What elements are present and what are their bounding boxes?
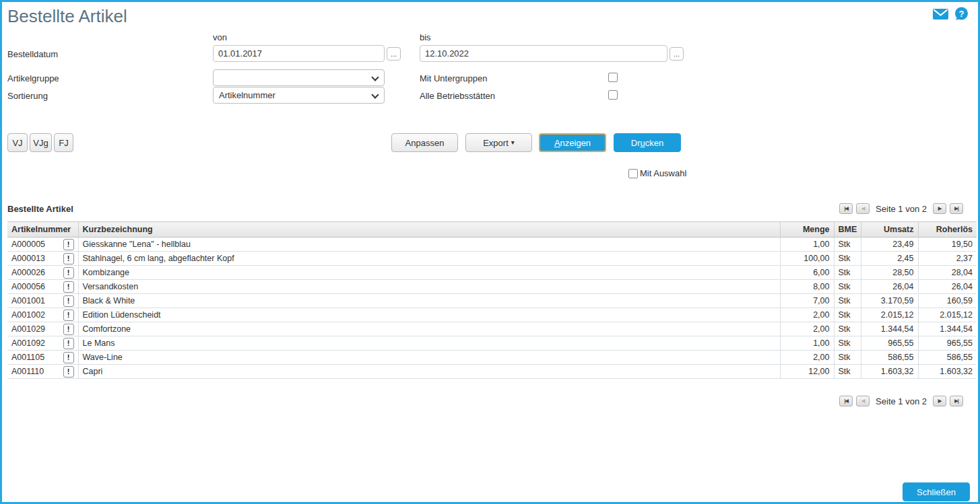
bestelldatum-von-input[interactable] xyxy=(213,45,385,62)
next-page-button[interactable]: ▶ xyxy=(933,203,946,214)
chevron-down-icon xyxy=(372,75,379,81)
artikelnummer-value: A000013 xyxy=(11,254,45,263)
sortierung-select[interactable]: Artikelnummer xyxy=(213,87,385,104)
umsatz-value: 1.603,32 xyxy=(861,365,918,379)
kurzbezeichnung-value: Kombizange xyxy=(78,266,780,280)
table-row[interactable]: A001029 ! Comfortzone 2,00 Stk 1.344,54 … xyxy=(7,322,977,336)
table-row[interactable]: A001002 ! Edition Lüdenscheidt 2,00 Stk … xyxy=(7,308,977,322)
chevron-down-icon xyxy=(372,92,379,99)
table-row[interactable]: A000026 ! Kombizange 6,00 Stk 28,50 28,0… xyxy=(7,266,977,280)
umsatz-value: 26,04 xyxy=(861,280,918,294)
bme-value: Stk xyxy=(834,336,861,351)
umsatz-value: 965,55 xyxy=(861,336,918,351)
table-row[interactable]: A001110 ! Capri 12,00 Stk 1.603,32 1.603… xyxy=(7,365,977,379)
column-header-kurzbezeichnung[interactable]: Kurzbezeichnung xyxy=(78,222,780,238)
menge-value: 2,00 xyxy=(780,351,834,365)
kurzbezeichnung-value: Edition Lüdenscheidt xyxy=(78,308,780,322)
table-section-title: Bestellte Artikel xyxy=(7,204,73,214)
umsatz-value: 23,49 xyxy=(861,238,918,252)
alle-betriebsstaetten-checkbox[interactable] xyxy=(608,90,618,100)
kurzbezeichnung-value: Le Mans xyxy=(78,336,780,351)
drucken-button[interactable]: Drucken xyxy=(614,133,681,152)
article-info-button[interactable]: ! xyxy=(63,338,74,349)
menge-value: 8,00 xyxy=(780,280,834,294)
artikelnummer-value: A001105 xyxy=(11,353,44,362)
bme-value: Stk xyxy=(834,365,861,379)
artikelnummer-value: A001092 xyxy=(11,338,45,348)
bestellte-artikel-window: Bestellte Artikel ? von bis Bestelldatum… xyxy=(0,0,980,504)
first-page-button[interactable]: |◀ xyxy=(839,396,853,406)
bme-value: Stk xyxy=(834,252,861,266)
first-page-button[interactable]: |◀ xyxy=(839,203,853,214)
von-column-label: von xyxy=(213,32,227,42)
mit-untergruppen-checkbox[interactable] xyxy=(608,73,618,82)
column-header-menge[interactable]: Menge xyxy=(780,222,834,238)
export-button-label: Export xyxy=(483,138,509,148)
menge-value: 2,00 xyxy=(780,308,834,322)
table-body: A000005 ! Giesskanne "Lena" - hellblau 1… xyxy=(7,238,977,379)
column-header-roherloes[interactable]: Roherlös xyxy=(918,222,977,238)
article-info-button[interactable]: ! xyxy=(63,352,74,363)
artikelnummer-value: A001001 xyxy=(11,296,45,305)
export-button[interactable]: Export▾ xyxy=(465,133,532,152)
roherloes-value: 586,55 xyxy=(918,351,977,365)
article-info-button[interactable]: ! xyxy=(63,253,74,264)
table-row[interactable]: A000013 ! Stahlnagel, 6 cm lang, abgefla… xyxy=(7,252,977,266)
pagination-top: |◀ ◀ Seite 1 von 2 ▶ ▶| xyxy=(839,203,963,214)
alle-betriebsstaetten-label: Alle Betriebsstätten xyxy=(420,91,495,101)
bestelldatum-bis-input[interactable] xyxy=(420,45,667,62)
menge-value: 1,00 xyxy=(780,336,834,351)
table-row[interactable]: A001001 ! Black & White 7,00 Stk 3.170,5… xyxy=(7,294,977,308)
table-row[interactable]: A000005 ! Giesskanne "Lena" - hellblau 1… xyxy=(7,238,977,252)
next-page-button[interactable]: ▶ xyxy=(933,396,946,406)
sortierung-label: Sortierung xyxy=(7,91,48,101)
prev-page-button[interactable]: ◀ xyxy=(856,396,870,406)
kurzbezeichnung-value: Giesskanne "Lena" - hellblau xyxy=(78,238,780,252)
umsatz-value: 3.170,59 xyxy=(861,294,918,308)
anzeigen-button[interactable]: Anzeigen xyxy=(539,133,606,152)
kurzbezeichnung-value: Comfortzone xyxy=(78,322,780,336)
article-info-button[interactable]: ! xyxy=(63,366,74,377)
menge-value: 7,00 xyxy=(780,294,834,308)
mail-icon[interactable] xyxy=(933,9,948,20)
roherloes-value: 26,04 xyxy=(918,280,977,294)
roherloes-value: 2.015,12 xyxy=(918,308,977,322)
table-row[interactable]: A001105 ! Wave-Line 2,00 Stk 586,55 586,… xyxy=(7,351,977,365)
last-page-button[interactable]: ▶| xyxy=(950,203,963,214)
help-icon[interactable]: ? xyxy=(954,7,969,21)
article-info-button[interactable]: ! xyxy=(63,239,74,250)
umsatz-value: 28,50 xyxy=(861,266,918,280)
mit-auswahl-checkbox[interactable] xyxy=(628,169,638,178)
sortierung-select-value: Artikelnummer xyxy=(219,90,275,100)
vj-button[interactable]: VJ xyxy=(7,133,28,152)
artikelnummer-value: A000005 xyxy=(11,240,45,249)
mit-untergruppen-label: Mit Untergruppen xyxy=(420,73,487,83)
bis-date-picker-button[interactable]: ... xyxy=(669,47,684,61)
roherloes-value: 28,04 xyxy=(918,266,977,280)
artikelgruppe-select[interactable] xyxy=(213,69,385,86)
anpassen-button[interactable]: Anpassen xyxy=(391,133,458,152)
article-info-button[interactable]: ! xyxy=(63,281,74,293)
table-header-row: Artikelnummer Kurzbezeichnung Menge BME … xyxy=(7,222,977,238)
umsatz-value: 2,45 xyxy=(861,252,918,266)
last-page-button[interactable]: ▶| xyxy=(950,396,963,406)
article-info-button[interactable]: ! xyxy=(63,310,74,321)
prev-page-button[interactable]: ◀ xyxy=(856,203,870,214)
table-row[interactable]: A000056 ! Versandkosten 8,00 Stk 26,04 2… xyxy=(7,280,977,294)
von-date-picker-button[interactable]: ... xyxy=(387,47,401,61)
article-info-button[interactable]: ! xyxy=(63,324,74,335)
table-row[interactable]: A001092 ! Le Mans 1,00 Stk 965,55 965,55 xyxy=(7,336,977,351)
vjg-button[interactable]: VJg xyxy=(30,133,52,152)
column-header-artikelnummer[interactable]: Artikelnummer xyxy=(7,222,78,238)
roherloes-value: 1.603,32 xyxy=(918,365,977,379)
article-info-button[interactable]: ! xyxy=(63,267,74,279)
bme-value: Stk xyxy=(834,308,861,322)
umsatz-value: 586,55 xyxy=(861,351,918,365)
roherloes-value: 160,59 xyxy=(918,294,977,308)
fj-button[interactable]: FJ xyxy=(54,133,73,152)
bis-column-label: bis xyxy=(420,32,431,42)
column-header-umsatz[interactable]: Umsatz xyxy=(861,222,918,238)
article-info-button[interactable]: ! xyxy=(63,295,74,307)
column-header-bme[interactable]: BME xyxy=(834,222,861,238)
schliessen-button[interactable]: Schließen xyxy=(903,482,970,501)
